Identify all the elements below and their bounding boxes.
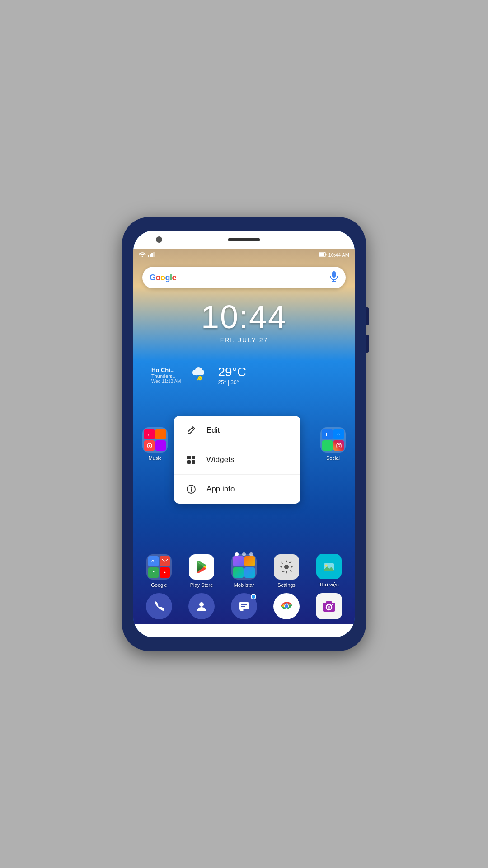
- settings-item[interactable]: Settings: [274, 554, 299, 588]
- volume-down-button[interactable]: [366, 335, 369, 353]
- instagram-mini: [333, 440, 344, 451]
- gallery-label: Thư viện: [319, 582, 339, 588]
- app-row: G Google: [133, 554, 355, 588]
- svg-point-27: [340, 444, 341, 445]
- app-info-label: App info: [206, 485, 235, 494]
- chrome-dock-item[interactable]: [273, 593, 300, 619]
- clock-date: FRI, JULY 27: [133, 336, 355, 344]
- volume-up-button[interactable]: [366, 307, 369, 326]
- google-folder-item[interactable]: G Google: [146, 554, 172, 588]
- svg-rect-2: [150, 254, 151, 257]
- wifi-icon: [139, 252, 146, 258]
- clock-time: 10:44: [133, 298, 355, 335]
- svg-text:f: f: [326, 432, 328, 437]
- gmail-mini: [160, 556, 170, 566]
- screen-content: 10:44 AM Google 10:: [133, 249, 355, 624]
- svg-rect-37: [239, 602, 249, 609]
- mob4-mini: [244, 567, 255, 578]
- svg-point-30: [153, 571, 154, 572]
- menu-item-widgets[interactable]: Widgets: [174, 445, 300, 475]
- phone-screen: 10:44 AM Google 10:: [133, 231, 355, 637]
- play-store-label: Play Store: [190, 582, 213, 588]
- mobiistar-label: Mobiistar: [234, 582, 254, 588]
- contacts-dock-item[interactable]: [188, 593, 215, 619]
- weather-temperature: 29°C 25° | 30°: [218, 365, 246, 386]
- google-folder-label: Google: [151, 582, 167, 588]
- maps-mini: [148, 567, 159, 578]
- widgets-label: Widgets: [206, 455, 234, 464]
- earpiece: [228, 238, 260, 241]
- google-mini: G: [148, 556, 159, 566]
- gallery-item[interactable]: Thư viện: [316, 554, 342, 588]
- battery-icon: [319, 252, 327, 258]
- status-left: [139, 252, 155, 258]
- svg-rect-3: [151, 253, 153, 257]
- svg-point-48: [332, 604, 333, 605]
- temperature-range: 25° | 30°: [218, 379, 246, 386]
- svg-rect-1: [148, 255, 149, 257]
- tiktok-mini: ♪: [144, 429, 155, 439]
- status-right: 10:44 AM: [319, 252, 349, 258]
- phone-shell: 10:44 AM Google 10:: [122, 217, 366, 651]
- svg-point-26: [338, 444, 340, 447]
- widgets-icon: [185, 453, 197, 466]
- camera-dock-item[interactable]: [316, 593, 342, 619]
- svg-text:♪: ♪: [147, 433, 150, 437]
- svg-point-43: [285, 604, 288, 608]
- menu-item-edit[interactable]: Edit: [174, 416, 300, 445]
- svg-rect-8: [332, 271, 336, 278]
- messages-dock-item[interactable]: [231, 593, 257, 619]
- edit-icon: [185, 424, 197, 437]
- svg-rect-17: [187, 456, 191, 459]
- music-mini: [144, 440, 155, 451]
- menu-item-app-info[interactable]: App info: [174, 475, 300, 504]
- music-folder-label: Music: [149, 455, 162, 461]
- google-search-bar[interactable]: Google: [142, 267, 346, 288]
- google-logo: Google: [150, 273, 176, 283]
- main-temperature: 29°C: [218, 365, 246, 379]
- play-store-item[interactable]: Play Store: [189, 554, 214, 588]
- messenger-mini: [333, 429, 344, 439]
- mobiistar-icon: [231, 554, 257, 580]
- weather-widget[interactable]: Ho Chi.. Thunders.. Wed 11:12 AM 29°C: [151, 362, 337, 388]
- svg-rect-47: [326, 601, 332, 604]
- svg-point-16: [149, 445, 150, 447]
- bottom-bezel: [133, 624, 355, 637]
- gallery-icon: [316, 554, 342, 579]
- weather-description: Thunders..: [151, 373, 181, 379]
- music-folder[interactable]: ♪ Music: [142, 427, 168, 461]
- mob1-mini: [233, 556, 244, 566]
- bottom-dock: [133, 593, 355, 619]
- settings-label: Settings: [277, 582, 296, 588]
- mob3-mini: [233, 567, 244, 578]
- mobiistar-item[interactable]: Mobiistar: [231, 554, 257, 588]
- soundcloud-mini: [155, 429, 166, 439]
- front-camera: [156, 236, 162, 243]
- clock-widget: 10:44 FRI, JULY 27: [133, 298, 355, 344]
- page-dot-2: [242, 552, 246, 556]
- svg-point-36: [199, 602, 204, 607]
- svg-rect-18: [192, 456, 195, 459]
- social-folder[interactable]: f Social: [320, 427, 346, 461]
- svg-point-23: [191, 487, 192, 488]
- svg-point-35: [325, 565, 328, 567]
- play-store-icon: [189, 554, 214, 580]
- youtube-mini: [160, 567, 170, 578]
- page-dot-1: [235, 552, 239, 556]
- settings-icon: [274, 554, 299, 580]
- svg-rect-20: [192, 460, 195, 464]
- music2-mini: [155, 440, 166, 451]
- social-folder-label: Social: [326, 455, 340, 461]
- facebook-mini: f: [322, 429, 333, 439]
- svg-rect-7: [325, 254, 326, 255]
- phone-dock-item[interactable]: [146, 593, 172, 619]
- music-folder-icon: ♪: [142, 427, 168, 453]
- google-folder-icon: G: [146, 554, 172, 580]
- messages-badge: [251, 594, 256, 599]
- weather-time: Wed 11:12 AM: [151, 379, 181, 384]
- weather-icon: [188, 362, 211, 388]
- time-display: 10:44 AM: [328, 252, 349, 258]
- wechat-mini: [322, 440, 333, 451]
- google-mic-icon[interactable]: [329, 271, 338, 284]
- svg-rect-19: [187, 460, 191, 464]
